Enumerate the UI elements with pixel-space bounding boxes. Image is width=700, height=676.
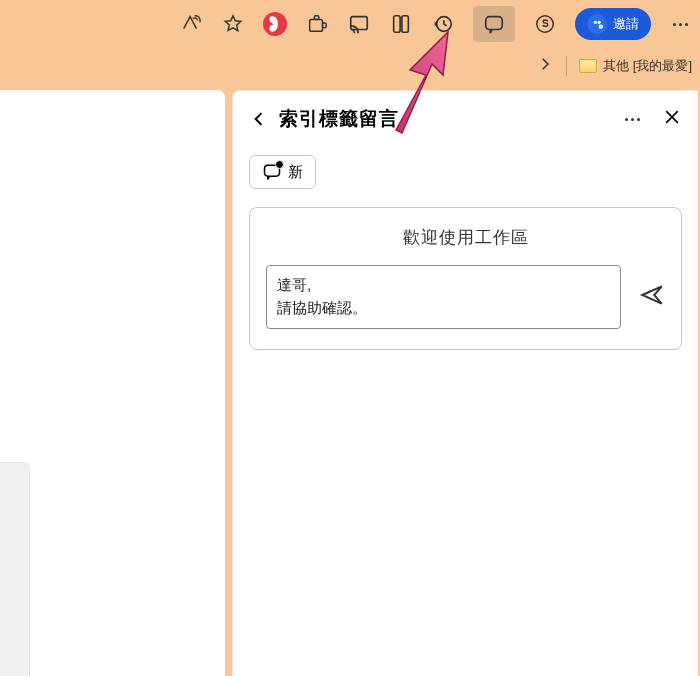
- extensions-icon[interactable]: [305, 12, 329, 36]
- invite-icon: [587, 14, 607, 34]
- invite-button[interactable]: 邀請: [575, 8, 651, 40]
- panel-header: 索引標籤留言: [233, 91, 698, 147]
- svg-rect-5: [402, 16, 408, 33]
- svg-point-8: [537, 16, 554, 33]
- panel-body: 新 歡迎使用工作區: [233, 147, 698, 358]
- skype-icon[interactable]: [533, 12, 557, 36]
- compose-title: 歡迎使用工作區: [266, 226, 665, 249]
- panel-actions: [625, 107, 682, 131]
- svg-rect-4: [394, 16, 400, 33]
- bookmark-bar: 其他 [我的最愛]: [0, 48, 700, 84]
- savefrom-extension-icon[interactable]: [263, 12, 287, 36]
- folder-icon: [579, 59, 597, 73]
- svg-rect-0: [310, 19, 323, 31]
- bookmark-folder-other[interactable]: 其他 [我的最愛]: [579, 57, 692, 75]
- left-page-strip: [0, 90, 225, 676]
- svg-point-9: [593, 20, 596, 23]
- comments-panel: 索引標籤留言: [232, 90, 698, 676]
- history-icon[interactable]: [431, 12, 455, 36]
- svg-point-10: [597, 20, 600, 23]
- comment-input[interactable]: [266, 265, 621, 329]
- collections-icon[interactable]: [389, 12, 413, 36]
- new-comment-button[interactable]: 新: [249, 155, 316, 189]
- send-button[interactable]: [639, 282, 665, 312]
- close-button[interactable]: [662, 107, 682, 131]
- compose-card: 歡迎使用工作區: [249, 207, 682, 350]
- back-button[interactable]: [249, 109, 269, 129]
- svg-rect-3: [351, 17, 368, 30]
- panel-more-icon[interactable]: [625, 118, 640, 121]
- ghost-panel: [0, 462, 30, 676]
- invite-label: 邀請: [613, 15, 639, 33]
- bookmark-folder-label: 其他 [我的最愛]: [603, 57, 692, 75]
- browser-menu-icon[interactable]: [669, 23, 692, 26]
- compose-row: [266, 265, 665, 329]
- svg-rect-7: [486, 17, 503, 30]
- svg-rect-2: [323, 23, 327, 28]
- divider: [566, 56, 567, 76]
- browser-toolbar: 邀請: [0, 0, 700, 48]
- cast-icon[interactable]: [347, 12, 371, 36]
- svg-rect-1: [314, 16, 319, 20]
- content-area: 索引標籤留言: [0, 86, 700, 676]
- favorite-star-icon[interactable]: [221, 12, 245, 36]
- panel-title: 索引標籤留言: [279, 106, 615, 132]
- comment-bubble-icon: [262, 162, 282, 182]
- new-button-label: 新: [288, 163, 303, 182]
- read-aloud-icon[interactable]: [179, 12, 203, 36]
- bookmark-overflow-icon[interactable]: [536, 55, 554, 77]
- tab-comments-icon[interactable]: [473, 6, 515, 42]
